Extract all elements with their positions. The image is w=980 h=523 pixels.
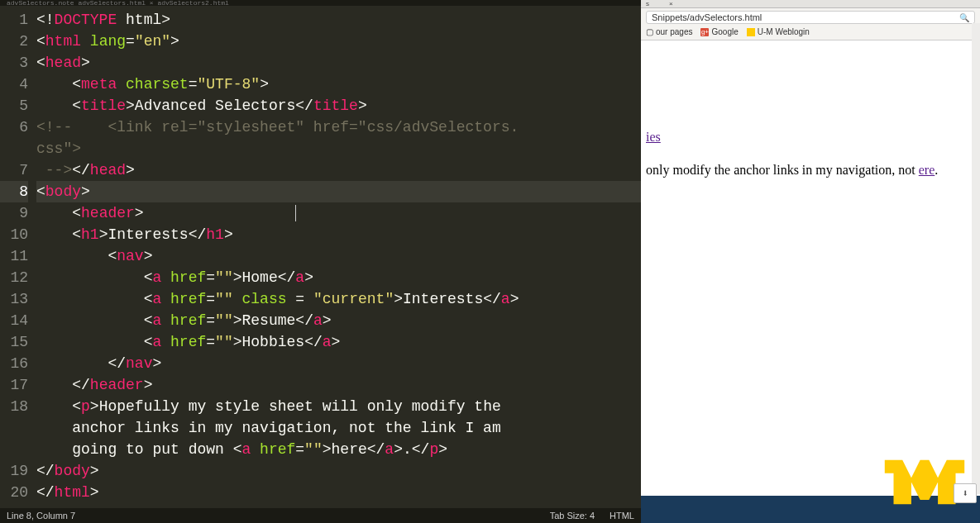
editor-status-bar: Line 8, Column 7 Tab Size: 4 HTML [0, 508, 641, 523]
line-number [0, 138, 28, 159]
nav-link-hobbies[interactable]: ies [646, 130, 661, 144]
code-line[interactable]: --></head> [36, 159, 641, 181]
line-number: 12 [0, 267, 28, 288]
browser-tabbar[interactable]: s × [641, 0, 980, 8]
line-number: 6 [0, 116, 28, 138]
code-line[interactable]: going to put down <a href="">here</a>.</… [36, 439, 641, 460]
link-here[interactable]: ere [919, 163, 935, 177]
rendered-page: ies only modify the anchor links in my n… [641, 40, 980, 185]
code-line[interactable]: <html lang="en"> [36, 31, 641, 52]
code-line[interactable]: </html> [36, 482, 641, 503]
line-number: 8 [0, 181, 28, 202]
line-number: 14 [0, 310, 28, 331]
nav-link-fragment: ies [646, 128, 975, 146]
code-line[interactable]: <nav> [36, 245, 641, 267]
address-text: Snippets/advSelectors.html [652, 12, 762, 22]
download-button[interactable]: ⬇ [954, 483, 977, 503]
bookmark-um[interactable]: U-M Weblogin [747, 27, 810, 36]
editor-body[interactable]: 1234567891011121314151617181920 <!DOCTYP… [0, 6, 641, 508]
line-number: 18 [0, 396, 28, 417]
address-bar[interactable]: Snippets/advSelectors.html 🔍 [646, 11, 975, 24]
line-number: 10 [0, 224, 28, 245]
code-line[interactable]: <header> [36, 202, 641, 224]
code-line[interactable]: <meta charset="UTF-8"> [36, 74, 641, 95]
line-number: 9 [0, 202, 28, 224]
browser-scrollbar[interactable] [972, 23, 980, 494]
folder-icon: ▢ [646, 27, 653, 36]
editor-tabs-text: advSelectors.note advSelectors.html × ad… [7, 0, 229, 6]
code-editor: advSelectors.note advSelectors.html × ad… [0, 0, 641, 523]
bookmark-google[interactable]: g+ Google [700, 27, 738, 36]
line-number: 17 [0, 374, 28, 396]
code-line[interactable]: anchor links in my navigation, not the l… [36, 417, 641, 439]
code-line[interactable]: <body> [36, 181, 641, 202]
um-icon [747, 28, 755, 36]
line-number [0, 417, 28, 439]
line-number: 16 [0, 353, 28, 374]
paragraph-fragment: only modify the anchor links in my navig… [646, 161, 975, 179]
code-area[interactable]: <!DOCTYPE html><html lang="en"><head> <m… [36, 6, 641, 508]
line-number: 7 [0, 159, 28, 181]
text-cursor [295, 205, 296, 221]
line-number: 3 [0, 52, 28, 74]
browser-tab-label[interactable]: s [646, 0, 649, 7]
google-icon: g+ [700, 28, 709, 36]
code-line[interactable]: </header> [36, 374, 641, 396]
line-number: 11 [0, 245, 28, 267]
code-line[interactable]: <p>Hopefully my style sheet will only mo… [36, 396, 641, 417]
code-line[interactable]: <head> [36, 52, 641, 74]
code-line[interactable]: <!-- <link rel="stylesheet" href="css/ad… [36, 116, 641, 138]
code-line[interactable]: <a href="">Hobbies</a> [36, 331, 641, 353]
editor-tabbar[interactable]: advSelectors.note advSelectors.html × ad… [0, 0, 641, 6]
line-number: 2 [0, 31, 28, 52]
browser-toolbar: Snippets/advSelectors.html 🔍 ▢ our pages… [641, 8, 980, 40]
line-number [0, 439, 28, 460]
code-line[interactable]: <a href="">Resume</a> [36, 310, 641, 331]
code-line[interactable]: css"> [36, 138, 641, 159]
michigan-logo [879, 451, 970, 513]
line-number: 4 [0, 74, 28, 95]
code-line[interactable]: <a href="">Home</a> [36, 267, 641, 288]
search-icon[interactable]: 🔍 [959, 13, 969, 22]
browser-panel: s × Snippets/advSelectors.html 🔍 ▢ our p… [641, 0, 980, 496]
code-line[interactable]: <h1>Interests</h1> [36, 224, 641, 245]
code-line[interactable]: <!DOCTYPE html> [36, 9, 641, 31]
code-line[interactable]: </nav> [36, 353, 641, 374]
download-icon: ⬇ [962, 487, 968, 500]
close-tab-icon[interactable]: × [669, 0, 673, 7]
line-number: 20 [0, 482, 28, 503]
bookmark-pages[interactable]: ▢ our pages [646, 27, 692, 36]
code-line[interactable]: <title>Advanced Selectors</title> [36, 95, 641, 116]
bookmarks-bar: ▢ our pages g+ Google U-M Weblogin [646, 24, 975, 37]
line-number: 13 [0, 288, 28, 310]
code-line[interactable]: </body> [36, 460, 641, 482]
line-number: 19 [0, 460, 28, 482]
code-line[interactable]: <a href="" class = "current">Interests</… [36, 288, 641, 310]
line-number: 5 [0, 95, 28, 116]
line-number: 1 [0, 9, 28, 31]
line-number-gutter: 1234567891011121314151617181920 [0, 6, 36, 508]
line-number: 15 [0, 331, 28, 353]
